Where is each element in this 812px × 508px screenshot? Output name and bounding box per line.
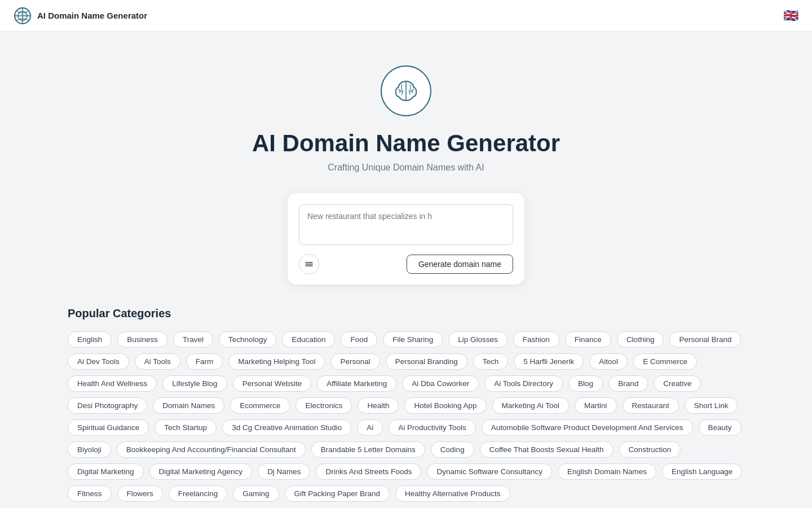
page-subtitle: Crafting Unique Domain Names with AI — [328, 163, 484, 173]
category-tag[interactable]: English — [68, 331, 112, 348]
category-tag[interactable]: Drinks And Streets Foods — [316, 463, 421, 480]
category-tag[interactable]: Health — [358, 397, 399, 414]
category-tag[interactable]: Biyoloji — [68, 441, 111, 458]
category-tag[interactable]: Brandable 5 Letter Domains — [311, 441, 425, 458]
category-tag[interactable]: Ai Dev Tools — [68, 353, 129, 370]
category-tag[interactable]: Personal Brand — [669, 331, 741, 348]
category-tag[interactable]: Fashion — [513, 331, 559, 348]
category-tag[interactable]: Blog — [568, 375, 603, 392]
tags-container: EnglishBusinessTravelTechnologyEducation… — [68, 331, 744, 502]
category-tag[interactable]: Tech — [473, 353, 509, 370]
category-tag[interactable]: Gaming — [233, 485, 279, 502]
category-tag[interactable]: Gift Packing Paper Brand — [285, 485, 390, 502]
language-icon[interactable]: 🇬🇧 — [783, 8, 798, 23]
search-box: Generate domain name — [288, 193, 524, 284]
category-tag[interactable]: Marketing Helping Tool — [228, 353, 325, 370]
category-tag[interactable]: Clothing — [617, 331, 664, 348]
options-icon — [304, 260, 314, 269]
category-tag[interactable]: Ecommerce — [230, 397, 290, 414]
category-tag[interactable]: Food — [341, 331, 377, 348]
categories-title: Popular Categories — [68, 307, 744, 320]
category-tag[interactable]: Healthy Alternative Products — [395, 485, 510, 502]
header: AI Domain Name Generator 🇬🇧 — [0, 0, 812, 32]
category-tag[interactable]: Dj Names — [258, 463, 310, 480]
category-tag[interactable]: Education — [282, 331, 335, 348]
category-tag[interactable]: Personal — [330, 353, 379, 370]
category-tag[interactable]: Coding — [431, 441, 474, 458]
category-tag[interactable]: 3d Cg Creative Animation Studio — [222, 419, 351, 436]
category-tag[interactable]: Health And Wellness — [68, 375, 157, 392]
category-tag[interactable]: Affiliate Marketing — [317, 375, 396, 392]
category-tag[interactable]: Lifestyle Blog — [162, 375, 227, 392]
category-tag[interactable]: Technology — [219, 331, 276, 348]
brain-icon-wrapper — [381, 65, 431, 116]
category-tag[interactable]: Ai Tools — [135, 353, 180, 370]
categories-section: Popular Categories EnglishBusinessTravel… — [34, 307, 778, 502]
category-tag[interactable]: Brand — [608, 375, 648, 392]
category-tag[interactable]: English Domain Names — [558, 463, 656, 480]
category-tag[interactable]: Ai Tools Directory — [484, 375, 563, 392]
category-tag[interactable]: Business — [117, 331, 167, 348]
category-tag[interactable]: Tech Startup — [155, 419, 217, 436]
category-tag[interactable]: Automobile Software Product Development … — [482, 419, 693, 436]
category-tag[interactable]: Short Link — [685, 397, 738, 414]
main-content: AI Domain Name Generator Crafting Unique… — [0, 32, 812, 307]
category-tag[interactable]: File Sharing — [383, 331, 443, 348]
category-tag[interactable]: Electronics — [295, 397, 352, 414]
brain-icon — [391, 76, 421, 106]
logo-icon — [14, 7, 32, 25]
category-tag[interactable]: Spiritual Guidance — [68, 419, 149, 436]
options-button[interactable] — [299, 254, 319, 274]
header-left: AI Domain Name Generator — [14, 7, 147, 25]
category-tag[interactable]: Restaurant — [623, 397, 679, 414]
header-title: AI Domain Name Generator — [37, 11, 147, 20]
page-title: AI Domain Name Generator — [252, 130, 560, 157]
category-tag[interactable]: Ai Dba Coworker — [402, 375, 479, 392]
category-tag[interactable]: Beauty — [699, 419, 742, 436]
category-tag[interactable]: Marketing Ai Tool — [492, 397, 570, 414]
category-tag[interactable]: Creative — [654, 375, 701, 392]
category-tag[interactable]: Farm — [186, 353, 223, 370]
category-tag[interactable]: Dynamic Software Consultancy — [427, 463, 552, 480]
category-tag[interactable]: Digital Marketing Agency — [149, 463, 253, 480]
category-tag[interactable]: Ai — [357, 419, 383, 436]
generate-button[interactable]: Generate domain name — [407, 255, 513, 274]
category-tag[interactable]: Digital Marketing — [68, 463, 144, 480]
category-tag[interactable]: Personal Branding — [386, 353, 467, 370]
category-tag[interactable]: 5 Harfli Jenerik — [514, 353, 584, 370]
category-tag[interactable]: English Language — [662, 463, 742, 480]
category-tag[interactable]: Desi Photography — [68, 397, 147, 414]
category-tag[interactable]: Freelancing — [169, 485, 228, 502]
category-tag[interactable]: Finance — [565, 331, 611, 348]
category-tag[interactable]: Travel — [173, 331, 213, 348]
category-tag[interactable]: Construction — [619, 441, 681, 458]
category-tag[interactable]: Coffee That Boosts Sexual Health — [480, 441, 614, 458]
category-tag[interactable]: Martini — [575, 397, 617, 414]
search-actions: Generate domain name — [299, 254, 513, 274]
category-tag[interactable]: Fitness — [68, 485, 112, 502]
category-tag[interactable]: Lip Glosses — [448, 331, 508, 348]
description-input[interactable] — [299, 204, 513, 245]
category-tag[interactable]: Flowers — [117, 485, 163, 502]
category-tag[interactable]: Bookkeeping And Accounting/Financial Con… — [117, 441, 306, 458]
category-tag[interactable]: Hotel Booking App — [404, 397, 486, 414]
category-tag[interactable]: Ai Productivity Tools — [389, 419, 476, 436]
category-tag[interactable]: Domain Names — [153, 397, 224, 414]
category-tag[interactable]: E Commerce — [633, 353, 697, 370]
category-tag[interactable]: Personal Website — [233, 375, 312, 392]
category-tag[interactable]: Aitool — [589, 353, 628, 370]
